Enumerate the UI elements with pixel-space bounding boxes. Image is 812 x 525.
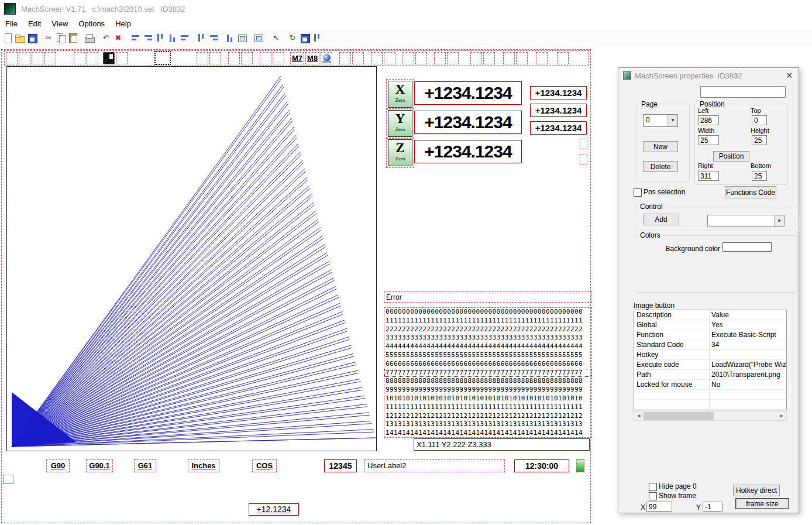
value-dro[interactable]: +12.1234	[249, 503, 299, 516]
digit-row-4[interactable]: 4444444444444444444444444444444444444444…	[384, 342, 591, 351]
small-dro[interactable]: +1234.1234	[530, 104, 587, 117]
y-zero-button[interactable]: YZero	[386, 108, 414, 139]
screen-button[interactable]	[32, 52, 43, 64]
background-color-swatch[interactable]	[722, 242, 772, 252]
digit-row-2[interactable]: 2222222222222222222222222222222222222222…	[384, 325, 591, 334]
scroll-right-icon[interactable]: ►	[777, 412, 786, 420]
placeholder-button[interactable]	[580, 139, 587, 149]
x-field[interactable]	[646, 502, 672, 512]
center-horizontal-icon[interactable]	[179, 32, 191, 44]
right-field[interactable]	[698, 171, 719, 181]
screen-button[interactable]	[536, 52, 548, 64]
digit-row-3[interactable]: 3333333333333333333333333333333333333333…	[384, 334, 591, 342]
digit-row-6[interactable]: 6666666666666666666666666666666666666666…	[384, 360, 591, 369]
print-icon[interactable]	[84, 32, 95, 44]
menu-view[interactable]: View	[46, 18, 73, 30]
webcam-button[interactable]	[321, 52, 332, 64]
user-label[interactable]: UserLabel2	[364, 459, 505, 472]
height-field[interactable]	[752, 135, 767, 145]
screen-button[interactable]	[228, 52, 240, 64]
screen-button[interactable]	[6, 52, 18, 64]
digit-row-9[interactable]: 9999999999999999999999999999999999999999…	[384, 386, 591, 394]
align-bottom-icon[interactable]	[167, 32, 178, 44]
copy-icon[interactable]	[55, 32, 67, 44]
functions-code-button[interactable]: Functions Code	[725, 186, 776, 198]
show-frame-checkbox[interactable]: Show frame	[649, 492, 696, 500]
search-field[interactable]	[700, 86, 786, 98]
screen-button[interactable]	[116, 52, 128, 64]
open-folder-icon[interactable]	[14, 32, 26, 44]
screen-button[interactable]	[447, 52, 459, 64]
image-button-black[interactable]	[103, 52, 115, 64]
digit-row-7[interactable]: 7777777777777777777777777777777777777777…	[384, 369, 591, 378]
property-row[interactable]: GlobalYes	[634, 320, 786, 330]
small-dro[interactable]: +1234.1234	[530, 86, 587, 99]
digit-row-10[interactable]: 1010101010101010101010101010101010101010…	[384, 394, 591, 403]
width-field[interactable]	[698, 135, 719, 145]
small-dro[interactable]: +1234.1234	[530, 121, 587, 135]
clock-dro[interactable]: 12:30:00	[514, 459, 569, 472]
delete-page-button[interactable]: Delete	[643, 161, 678, 172]
menu-options[interactable]: Options	[73, 18, 110, 30]
digit-row-8[interactable]: 8888888888888888888888888888888888888888…	[384, 377, 591, 386]
screen-button[interactable]	[384, 52, 395, 64]
screen-button[interactable]	[74, 52, 85, 64]
new-page-button[interactable]: New	[643, 141, 678, 152]
g61-label[interactable]: G61	[134, 459, 156, 472]
chevron-down-icon[interactable]: ▼	[668, 115, 677, 126]
left-field[interactable]	[698, 115, 719, 125]
z-zero-button[interactable]: ZZero	[386, 138, 414, 168]
x-zero-button[interactable]: XZero	[386, 79, 414, 109]
m8-button[interactable]: M8	[305, 52, 319, 64]
hide-page-checkbox[interactable]: Hide page 0	[649, 483, 697, 490]
screen-button[interactable]	[503, 52, 515, 64]
new-document-icon[interactable]	[2, 32, 13, 44]
screen-button[interactable]	[209, 52, 221, 64]
property-row[interactable]: Hotkey	[634, 350, 786, 360]
screen-button[interactable]	[87, 52, 98, 64]
page-select[interactable]: 0 ▼	[643, 114, 678, 127]
position-readout-label[interactable]: X1.111 Y2.222 Z3.333	[414, 438, 590, 451]
digit-row-5[interactable]: 5555555555555555555555555555555555555555…	[384, 351, 591, 360]
position-button[interactable]: Position	[713, 151, 749, 162]
scrollbar-thumb[interactable]	[644, 412, 714, 420]
top-field[interactable]	[752, 115, 767, 125]
save-icon[interactable]	[26, 32, 38, 44]
hotkey-direct-button[interactable]: Hotkey direct	[733, 485, 780, 496]
menu-file[interactable]: File	[0, 18, 23, 30]
align-left-icon[interactable]	[130, 32, 142, 44]
screen-button[interactable]	[273, 52, 284, 64]
property-row[interactable]: Path2010\Transparent.png	[634, 370, 786, 380]
led-indicator[interactable]	[576, 459, 584, 472]
blank-box[interactable]	[3, 475, 13, 484]
align-top-icon[interactable]	[154, 32, 166, 44]
digit-row-11[interactable]: 1111111111111111111111111111111111111111…	[384, 403, 591, 412]
digit-row-12[interactable]: 1212121212121212121212121212121212121212…	[384, 412, 591, 421]
center-vertical-icon[interactable]	[195, 32, 207, 44]
screen-button[interactable]	[470, 52, 482, 64]
screen-button[interactable]	[19, 52, 30, 64]
m7-button[interactable]: M7	[290, 52, 304, 64]
screen-button[interactable]	[402, 52, 414, 64]
screen-button[interactable]	[434, 52, 446, 64]
z-dro[interactable]: +1234.1234	[414, 140, 522, 163]
horizontal-scrollbar[interactable]: ◄ ►	[634, 411, 787, 421]
bottom-field[interactable]	[752, 171, 767, 181]
preview-icon[interactable]	[311, 32, 323, 44]
delete-icon[interactable]: ✖	[112, 32, 124, 44]
digit-row-0[interactable]: 0000000000000000000000000000000000000000…	[384, 308, 591, 317]
refresh-icon[interactable]: ↻	[287, 32, 298, 44]
line-number-dro[interactable]: 12345	[324, 459, 357, 472]
property-row[interactable]: Locked for mouseNo	[634, 380, 786, 390]
select-arrow-icon[interactable]: ↖	[270, 32, 282, 44]
x-dro[interactable]: +1234.1234	[414, 81, 522, 105]
cut-icon[interactable]: ✂	[43, 32, 54, 44]
property-row[interactable]: Execute codeLoadWizard("Probe Wizar.	[634, 360, 786, 370]
undo-icon[interactable]: ↶	[100, 32, 112, 44]
screen-button[interactable]	[339, 52, 351, 64]
screen-button[interactable]	[260, 52, 271, 64]
align-right-icon[interactable]	[142, 32, 154, 44]
screen-button[interactable]	[516, 52, 528, 64]
y-field[interactable]	[703, 502, 722, 512]
chevron-down-icon[interactable]: ▼	[774, 215, 784, 226]
